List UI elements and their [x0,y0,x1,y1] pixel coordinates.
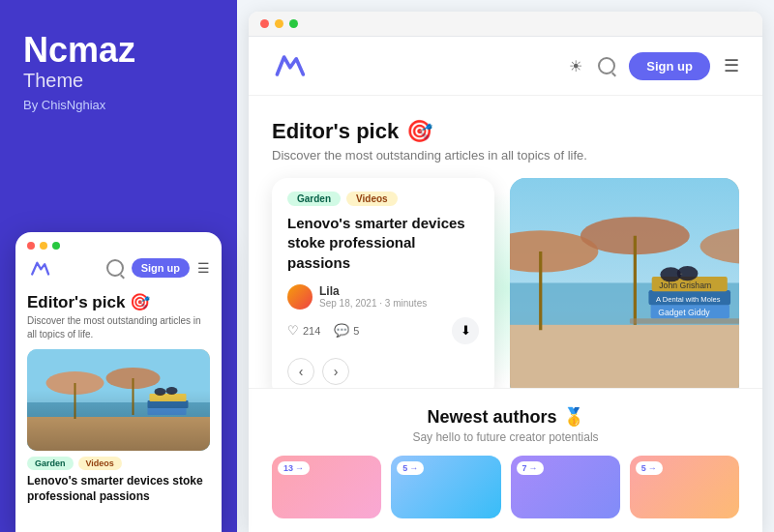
author-card-4[interactable]: 5 → [630,456,739,518]
svg-point-29 [677,266,699,281]
mobile-editors-pick-desc: Discover the most outstanding articles i… [27,314,210,341]
mobile-dot-red [27,242,35,250]
author-card-badge-2: 5 → [397,461,424,475]
right-panel: ☀ Sign up ☰ Editor's pick 🎯 Discover the… [237,0,774,532]
editors-pick-text: Editor's pick [272,119,399,144]
mobile-nav-right: Sign up ☰ [106,258,210,278]
mobile-top-bar [15,232,222,255]
likes-count: ♡ 214 [287,323,320,338]
author-card-badge-4: 5 → [636,461,663,475]
search-icon[interactable] [598,57,615,74]
next-arrow-button[interactable]: › [322,358,349,385]
editors-pick-desc: Discover the most outstanding articles i… [272,148,739,163]
brand-by: By ChisNghiax [23,98,214,112]
mobile-hero-image [27,349,210,451]
left-panel: Ncmaz Theme By ChisNghiax Sign up ☰ Edi [0,0,237,532]
browser-window: ☀ Sign up ☰ Editor's pick 🎯 Discover the… [249,12,762,532]
newest-authors-section: Newest authors 🥇 Say hello to future cre… [249,388,762,532]
svg-rect-31 [630,318,739,323]
hero-section: Editor's pick 🎯 Discover the most outsta… [249,96,762,388]
save-button[interactable]: ⬇ [452,317,479,344]
svg-text:Gadget Giddy: Gadget Giddy [658,308,710,317]
author-name: Lila [319,284,427,298]
comments-count: 💬 5 [334,323,359,338]
site-navbar: ☀ Sign up ☰ [249,37,762,96]
author-card-badge-3: 7 → [517,461,544,475]
editors-pick-emoji: 🎯 [406,119,432,144]
nav-arrows: ‹ › [287,358,479,385]
mobile-dot-green [52,242,60,250]
author-info: Lila Sep 18, 2021 · 3 minutes [319,284,427,309]
mobile-logo [27,255,52,281]
mobile-search-icon[interactable] [106,259,124,277]
article-meta: ♡ 214 💬 5 ⬇ [287,317,479,344]
svg-rect-15 [510,325,739,388]
author-card-badge-1: 13 → [278,461,310,475]
svg-text:A Dental with Moles: A Dental with Moles [656,295,721,304]
hamburger-menu-icon[interactable]: ☰ [724,55,739,76]
mobile-content: Editor's pick 🎯 Discover the most outsta… [15,288,222,341]
heart-icon: ♡ [287,323,299,338]
browser-content: ☀ Sign up ☰ Editor's pick 🎯 Discover the… [249,37,762,532]
newest-authors-heading: Newest authors 🥇 [272,406,739,428]
mobile-tag-videos: Videos [78,457,122,470]
browser-dot-red [260,19,269,28]
comment-icon: 💬 [334,323,349,338]
author-card-3[interactable]: 7 → [511,456,620,518]
brand-subtitle: Theme [23,70,214,92]
mobile-tag-garden: Garden [27,457,74,470]
browser-dot-green [289,19,298,28]
mobile-article-title: Lenovo's smarter devices stoke professio… [15,470,222,504]
mobile-dot-yellow [40,242,47,250]
mobile-signup-button[interactable]: Sign up [132,258,190,278]
hero-image: Gadget Giddy A Dental with Moles John Gr… [510,178,739,388]
mobile-nav: Sign up ☰ [15,255,222,288]
newest-authors-sub: Say hello to future creator potentials [272,430,739,444]
author-date: Sep 18, 2021 · 3 minutes [319,298,427,309]
sun-icon[interactable]: ☀ [567,57,584,74]
hero-content: Garden Videos Lenovo's smarter devices s… [272,178,739,388]
author-card-2[interactable]: 5 → [391,456,500,518]
tag-garden: Garden [287,192,341,206]
article-tags: Garden Videos [287,192,479,206]
brand-name: Ncmaz Theme By ChisNghiax [23,31,214,112]
mobile-article-tags: Garden Videos [15,451,222,470]
site-nav-right: ☀ Sign up ☰ [567,52,739,80]
browser-title-bar [249,12,762,37]
brand-title: Ncmaz [23,31,214,70]
article-card: Garden Videos Lenovo's smarter devices s… [272,178,494,388]
tag-videos: Videos [346,192,398,206]
signup-button[interactable]: Sign up [629,52,710,80]
prev-arrow-button[interactable]: ‹ [287,358,314,385]
author-card-1[interactable]: 13 → [272,456,381,518]
author-cards: 13 → 5 → 7 → [272,456,739,518]
mobile-editors-pick-heading: Editor's pick 🎯 [27,292,210,312]
browser-dot-yellow [275,19,283,28]
article-author: Lila Sep 18, 2021 · 3 minutes [287,284,479,310]
editors-pick-heading: Editor's pick 🎯 [272,119,739,144]
mobile-mockup: Sign up ☰ Editor's pick 🎯 Discover the m… [15,232,222,532]
svg-text:John Grisham: John Grisham [659,281,711,290]
article-title: Lenovo's smarter devices stoke professio… [287,214,479,273]
author-avatar [287,284,313,310]
site-logo [272,48,307,83]
mobile-menu-icon[interactable]: ☰ [197,260,210,276]
